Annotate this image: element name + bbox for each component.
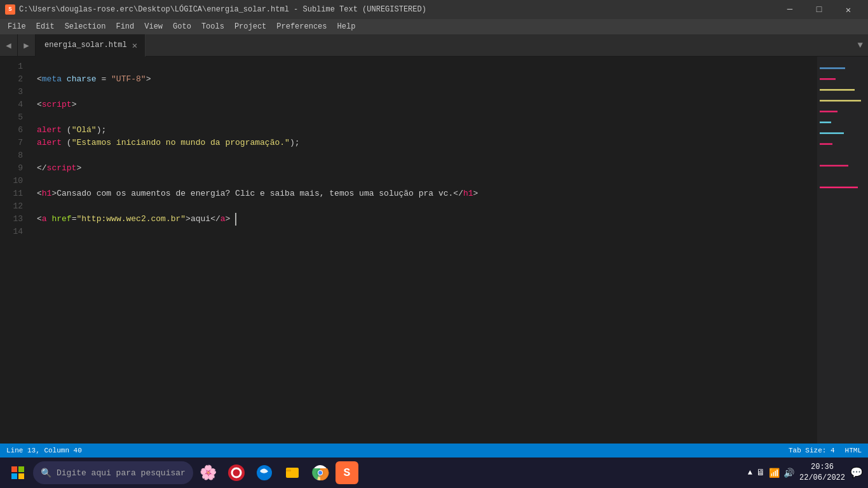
- taskbar: 🔍 Digite aqui para pesquisar 🌸: [0, 458, 868, 488]
- taskbar-sublime-icon[interactable]: S: [336, 461, 358, 484]
- title-bar: S C:\Users\douglas-rose.erc\Desktop\LÓGI…: [0, 0, 868, 19]
- menu-bar: File Edit Selection Find View Goto Tools…: [0, 19, 868, 34]
- svg-rect-1: [18, 466, 24, 472]
- svg-rect-7: [286, 468, 299, 478]
- svg-rect-8: [286, 470, 291, 471]
- code-line-4: <script>: [37, 98, 817, 111]
- code-line-12: [37, 200, 817, 213]
- notification-icon[interactable]: 💬: [850, 466, 863, 479]
- minimap-canvas: [817, 57, 868, 444]
- start-button[interactable]: [5, 460, 31, 485]
- svg-point-4: [228, 464, 245, 481]
- volume-icon[interactable]: 🔊: [783, 468, 794, 478]
- menu-goto[interactable]: Goto: [168, 21, 196, 32]
- menu-find[interactable]: Find: [111, 21, 139, 32]
- svg-point-12: [318, 471, 322, 475]
- menu-file[interactable]: File: [3, 21, 31, 32]
- clock[interactable]: 20:36 22/06/2022: [799, 462, 845, 484]
- menu-help[interactable]: Help: [332, 21, 361, 32]
- code-editor[interactable]: <meta charse = "UTF-8"> <script> alert (…: [27, 57, 817, 444]
- menu-view[interactable]: View: [139, 21, 168, 32]
- time-display: 20:36: [799, 462, 845, 473]
- minimize-button[interactable]: ─: [775, 0, 804, 19]
- svg-rect-3: [18, 473, 24, 479]
- svg-rect-2: [11, 473, 17, 479]
- window-title: C:\Users\douglas-rose.erc\Desktop\LÓGICA…: [19, 5, 426, 14]
- tab-nav-right[interactable]: ▶: [18, 34, 36, 57]
- tab-energia-solar[interactable]: energia_solar.html ✕: [36, 34, 146, 57]
- search-icon: 🔍: [41, 468, 51, 478]
- code-line-13: <a href="http:www.wec2.com.br">aqui</a>: [37, 213, 817, 226]
- taskbar-chrome-icon[interactable]: [309, 461, 332, 484]
- syntax-label[interactable]: HTML: [845, 447, 862, 454]
- menu-tools[interactable]: Tools: [196, 21, 229, 32]
- menu-project[interactable]: Project: [229, 21, 271, 32]
- tab-bar: ◀ ▶ energia_solar.html ✕ ▼: [0, 34, 868, 57]
- code-line-6: alert ("Olá");: [37, 124, 817, 137]
- tab-size[interactable]: Tab Size: 4: [789, 447, 835, 454]
- tab-nav-left[interactable]: ◀: [0, 34, 18, 57]
- minimap: [817, 57, 868, 444]
- menu-edit[interactable]: Edit: [31, 21, 60, 32]
- code-line-2: <meta charse = "UTF-8">: [37, 73, 817, 86]
- chevron-up-icon[interactable]: ▲: [748, 468, 752, 477]
- code-line-1: [37, 60, 817, 73]
- date-display: 22/06/2022: [799, 473, 845, 484]
- cursor-position: Line 13, Column 40: [6, 447, 82, 454]
- code-line-14: [37, 226, 817, 238]
- taskbar-opera-icon[interactable]: [225, 461, 248, 484]
- code-line-8: [37, 149, 817, 162]
- code-line-7: alert ("Estamos iniciando no mundo da pr…: [37, 137, 817, 149]
- taskbar-right: ▲ 🖥 📶 🔊 20:36 22/06/2022 💬: [748, 462, 863, 484]
- taskbar-search[interactable]: 🔍 Digite aqui para pesquisar: [33, 461, 193, 484]
- code-line-5: [37, 111, 817, 124]
- menu-selection[interactable]: Selection: [60, 21, 111, 32]
- wifi-icon[interactable]: 📶: [769, 468, 780, 478]
- editor: 1 2 3 4 5 6 7 8 9 10 11 12 13 14 <meta c…: [0, 57, 868, 444]
- network-icon[interactable]: 🖥: [756, 468, 765, 478]
- close-button[interactable]: ✕: [834, 0, 863, 19]
- system-tray-icons: ▲ 🖥 📶 🔊: [748, 468, 794, 478]
- code-line-11: <h1>Cansado com os aumentos de energia? …: [37, 187, 817, 200]
- code-line-10: [37, 175, 817, 187]
- code-line-9: </script>: [37, 162, 817, 175]
- status-bar: Line 13, Column 40 Tab Size: 4 HTML: [0, 444, 868, 458]
- search-placeholder: Digite aqui para pesquisar: [57, 468, 186, 478]
- line-numbers: 1 2 3 4 5 6 7 8 9 10 11 12 13 14: [0, 57, 27, 444]
- maximize-button[interactable]: □: [804, 0, 834, 19]
- svg-rect-0: [11, 466, 17, 472]
- taskbar-files-icon[interactable]: [281, 461, 304, 484]
- tab-dropdown[interactable]: ▼: [858, 40, 868, 50]
- taskbar-flowers-icon[interactable]: 🌸: [197, 461, 220, 484]
- taskbar-edge-icon[interactable]: [253, 461, 276, 484]
- app-icon: S: [5, 4, 15, 15]
- tab-label: energia_solar.html: [44, 41, 127, 50]
- code-line-3: [37, 86, 817, 98]
- tab-close-button[interactable]: ✕: [132, 40, 137, 51]
- window-controls: ─ □ ✕: [775, 0, 863, 19]
- menu-preferences[interactable]: Preferences: [271, 21, 332, 32]
